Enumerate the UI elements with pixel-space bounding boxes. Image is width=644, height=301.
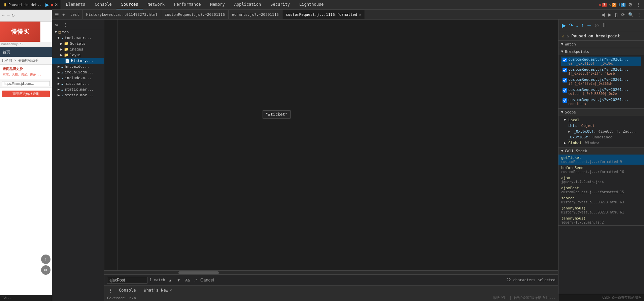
code-scroll-area[interactable]: "#ticket" xyxy=(104,20,558,270)
file-tab-customrequest[interactable]: customRequest.js?v=20201116 xyxy=(161,10,229,19)
tab-performance[interactable]: Performance xyxy=(169,0,205,9)
breakpoint-checkbox-2[interactable] xyxy=(563,68,567,72)
open-console-button[interactable]: ⋮ xyxy=(107,287,114,294)
scope-local-header[interactable]: ▶ Local xyxy=(561,117,641,123)
callstack-getTicket[interactable]: getTicket customRequest.j...:formatted:9 xyxy=(558,155,644,165)
file-tab-history[interactable]: HistoryLowest.a...011493273.html xyxy=(83,10,161,19)
tab-memory[interactable]: Memory xyxy=(205,0,229,9)
tab-application[interactable]: Application xyxy=(230,0,266,9)
tree-item-images[interactable]: ▶ 📁 images xyxy=(52,46,104,52)
tab-security[interactable]: Security xyxy=(266,0,295,9)
settings-button[interactable]: ⚙ xyxy=(628,1,633,8)
devtools-close-button[interactable]: ✕ xyxy=(55,2,58,7)
tree-item-include[interactable]: ▶ ☁ include.m... xyxy=(52,75,104,81)
tree-toggle-button[interactable]: ≫ xyxy=(54,22,60,28)
scrollbar-thumb[interactable] xyxy=(178,271,219,274)
tab-whats-new[interactable]: What's New ✕ xyxy=(141,286,175,295)
deactivate-breakpoints-button[interactable]: ⊘ xyxy=(594,22,600,29)
forward-button[interactable]: → xyxy=(6,13,10,18)
tree-item-static2[interactable]: ▶ ☁ static.mar... xyxy=(52,92,104,98)
callstack-beforeSend[interactable]: beforeSend customRequest.j...:formatted:… xyxy=(558,165,644,175)
history-button[interactable]: ⟳ xyxy=(620,11,626,18)
scroll-up-button[interactable]: ↑ xyxy=(41,255,50,264)
reload-button[interactable]: ↻ xyxy=(11,13,15,18)
pretty-print-button[interactable]: {} xyxy=(613,11,619,18)
search-button[interactable]: 🔍 xyxy=(627,11,635,18)
tree-item-imgalicdn[interactable]: ▶ ☁ img.alicdn... xyxy=(52,69,104,75)
file-tab-test[interactable]: test xyxy=(67,10,83,19)
nav-home[interactable]: 首页 xyxy=(3,49,10,55)
close-whats-new-icon[interactable]: ✕ xyxy=(170,288,172,293)
breakpoint-item-4[interactable]: customRequest.js?v=20201... switch (_0x0… xyxy=(561,87,641,96)
step-over-button[interactable]: ↷ xyxy=(568,22,574,29)
pause-exceptions-button[interactable]: ⏸ xyxy=(601,22,608,29)
step-into-button[interactable]: ↓ xyxy=(575,22,579,29)
url-input[interactable] xyxy=(2,81,50,86)
more-button[interactable]: ⋮ xyxy=(635,1,641,8)
back-button[interactable]: ← xyxy=(1,13,5,18)
callstack-ajaxPost[interactable]: ajaxPost customRequest.j...:formatted:15 xyxy=(558,185,644,195)
tree-item-hm[interactable]: ▶ ☁ hm.baidu... xyxy=(52,64,104,69)
regex-button[interactable]: .* xyxy=(193,277,198,283)
tab-elements[interactable]: Elements xyxy=(61,0,90,9)
close-search-button[interactable]: Cancel xyxy=(200,277,214,282)
breakpoints-header[interactable]: ▶ Breakpoints xyxy=(558,48,644,55)
breakpoint-item-1[interactable]: customRequest.js?v=20201... var _0x3f166… xyxy=(561,57,641,66)
tree-item-history[interactable]: 📄 History... xyxy=(52,58,104,64)
scope-this[interactable]: this: Object xyxy=(565,123,641,129)
sidebar-toggle-button[interactable]: ☰ xyxy=(54,11,60,18)
prev-match-button[interactable]: ▲ xyxy=(167,277,173,283)
search-input[interactable] xyxy=(107,277,147,283)
scope-3f166f[interactable]: _0x3f166f: undefined xyxy=(565,134,641,140)
watch-header[interactable]: ▶ Watch xyxy=(558,41,644,48)
file-tab-customrequest-formatted[interactable]: customRequest.j...1116:formatted ✕ xyxy=(282,10,365,19)
chevron-icon: ▶ xyxy=(58,76,60,80)
tab-lighthouse[interactable]: Lighthouse xyxy=(295,0,328,9)
horizontal-scrollbar[interactable] xyxy=(104,270,558,274)
tree-item-static1[interactable]: ▶ ☁ static.mar... xyxy=(52,87,104,92)
stop-button[interactable]: ■ xyxy=(50,2,53,7)
tree-item-top[interactable]: ▶ □ top xyxy=(52,29,104,35)
scope-header[interactable]: ▶ Scope xyxy=(558,109,644,116)
breakpoint-item-5[interactable]: customRequest.js?v=20201... continue; xyxy=(561,97,641,106)
next-tab-button[interactable]: ▶ xyxy=(607,11,613,18)
tree-item-tool[interactable]: ▶ ☁ tool.manr... xyxy=(52,35,104,41)
scope-3bc08f[interactable]: ▶ _0x3bc08f: {ipeUV: f, Zad... xyxy=(565,129,641,134)
callstack-search[interactable]: search HistoryLowest.a...93273.html:63 xyxy=(558,195,644,205)
callstack-anon1[interactable]: (anonymous) HistoryLowest.a...93273.html… xyxy=(558,205,644,215)
tree-item-misc[interactable]: ▶ ☁ misc.man... xyxy=(52,81,104,87)
more-sources-button[interactable]: ⋮ xyxy=(636,11,643,18)
tree-item-scripts[interactable]: ▶ 📁 Scripts xyxy=(52,41,104,46)
tab-console[interactable]: Console xyxy=(90,0,116,9)
breakpoint-checkbox-5[interactable] xyxy=(563,98,567,103)
breakpoint-checkbox-1[interactable] xyxy=(563,58,567,62)
next-match-button[interactable]: ▼ xyxy=(175,277,182,283)
tree-item-layui[interactable]: ▶ 📁 layui xyxy=(52,52,104,58)
breakpoint-checkbox-3[interactable] xyxy=(563,78,567,82)
tab-network[interactable]: Network xyxy=(143,0,169,9)
watermark-text: 激活 Win | 转到"设置"以激活 Win... xyxy=(493,296,555,300)
resume-execution-button[interactable]: ▶ xyxy=(561,22,567,29)
tab-sources[interactable]: Sources xyxy=(116,0,143,9)
tree-more-button[interactable]: ⋮ xyxy=(62,22,69,28)
breakpoint-checkbox-4[interactable] xyxy=(563,88,567,93)
call-stack-header[interactable]: ▶ Call Stack xyxy=(558,147,644,155)
new-source-button[interactable]: + xyxy=(61,11,66,18)
match-case-button[interactable]: Aa xyxy=(184,277,191,283)
close-tab-icon[interactable]: ✕ xyxy=(359,13,361,16)
step-out-button[interactable]: ↑ xyxy=(580,22,584,29)
breakpoint-item-3[interactable]: customRequest.js?v=20201... if (_0x467e2… xyxy=(561,77,641,86)
callstack-anon2[interactable]: (anonymous) jquery-1.7.2.min.js:2 xyxy=(558,215,644,225)
callstack-ajax[interactable]: ajax jquery-1.7.2.min.js:4 xyxy=(558,175,644,185)
step-button[interactable]: → xyxy=(586,22,592,29)
prev-tab-button[interactable]: ◀ xyxy=(600,11,606,18)
file-tab-echarts[interactable]: echarts.js?v=20201116 xyxy=(229,10,282,19)
scroll-down-button[interactable]: ✏ xyxy=(41,265,50,275)
website-link[interactable]: 京东、天猫、淘宝、拼多... xyxy=(3,72,49,77)
search-btn[interactable]: 商品历史价格查询 xyxy=(2,91,50,97)
resume-button[interactable]: ▶ xyxy=(45,2,49,7)
tab-console[interactable]: Console xyxy=(115,286,139,295)
scope-global-header[interactable]: ▶ Global Window xyxy=(561,140,641,146)
breakpoint-item-2[interactable]: customRequest.js?v=20201... $[_0x365d('0… xyxy=(561,67,641,76)
right-panel-scroll[interactable]: ▶ Watch ▶ Breakpoints xyxy=(558,41,644,294)
